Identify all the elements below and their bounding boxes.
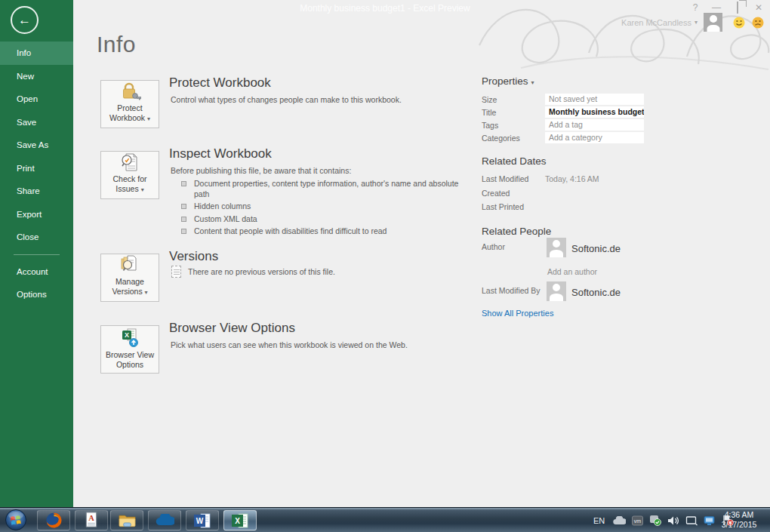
- send-a-smile-icon[interactable]: [733, 17, 745, 29]
- related-people-panel: Related People Author Softonic.de Add an…: [482, 226, 659, 309]
- property-row: Title Monthly business budget: [482, 106, 659, 118]
- document-viewer-icon: A: [84, 512, 99, 529]
- bullet-square-icon: [181, 204, 186, 209]
- user-avatar[interactable]: [704, 13, 722, 32]
- add-author-field[interactable]: Add an author: [547, 267, 597, 276]
- versions-note: There are no previous versions of this f…: [171, 266, 335, 278]
- back-button[interactable]: ←: [11, 6, 38, 34]
- taskbar-explorer-button[interactable]: [110, 510, 143, 530]
- taskbar-document-viewer-button[interactable]: A: [75, 510, 108, 530]
- last-modified-by-avatar[interactable]: [547, 281, 566, 301]
- dropdown-arrow-icon: ▾: [145, 289, 148, 296]
- section-heading-protect: Protect Workbook: [169, 75, 271, 91]
- version-file-icon: [171, 266, 181, 278]
- sidebar-item-open[interactable]: Open: [0, 88, 73, 111]
- protect-workbook-button[interactable]: Protect Workbook ▾: [100, 80, 159, 128]
- date-row: Created: [482, 186, 659, 201]
- property-label: Title: [482, 108, 545, 117]
- minimize-icon[interactable]: —: [710, 2, 723, 14]
- last-modified-by-label: Last Modified By: [482, 286, 541, 295]
- word-icon: W: [193, 512, 211, 529]
- sidebar-item-export[interactable]: Export: [0, 203, 73, 226]
- browser-view-options-button[interactable]: X Browser View Options: [100, 325, 159, 374]
- security-check-tray-icon[interactable]: [649, 515, 661, 526]
- windows-explorer-icon: [118, 513, 137, 528]
- sidebar-item-close[interactable]: Close: [0, 226, 73, 249]
- property-row: Categories Add a category: [482, 131, 659, 144]
- sidebar-item-print[interactable]: Print: [0, 157, 73, 180]
- svg-text:vm: vm: [634, 518, 642, 524]
- sidebar-item-options[interactable]: Options: [0, 283, 73, 306]
- start-button[interactable]: [5, 509, 27, 531]
- protect-workbook-label: Protect Workbook: [109, 103, 145, 122]
- section-heading-versions: Versions: [169, 249, 218, 264]
- sidebar-item-share[interactable]: Share: [0, 180, 73, 203]
- section-desc-protect: Control what types of changes people can…: [171, 95, 402, 104]
- help-icon[interactable]: ?: [688, 2, 702, 14]
- onedrive-icon: [155, 514, 174, 527]
- related-dates-heading: Related Dates: [482, 155, 659, 167]
- close-icon[interactable]: ✕: [752, 2, 765, 14]
- backstage-sidebar: ← Info New Open Save Save As Print Share…: [0, 0, 73, 507]
- dropdown-arrow-icon: ▾: [141, 186, 144, 193]
- section-desc-inspect: Before publishing this file, be aware th…: [171, 166, 351, 175]
- excel-backstage-window: Monthly business budget1 - Excel Preview…: [0, 0, 770, 532]
- size-value: Not saved yet: [545, 94, 644, 105]
- volume-tray-icon[interactable]: [667, 515, 679, 526]
- excel-icon: X: [231, 512, 249, 529]
- sidebar-item-account[interactable]: Account: [0, 260, 73, 284]
- svg-text:X: X: [125, 331, 129, 339]
- sidebar-divider: [14, 254, 60, 255]
- svg-text:W: W: [196, 517, 204, 525]
- last-modified-value: Today, 4:16 AM: [545, 174, 599, 183]
- language-indicator[interactable]: EN: [593, 516, 605, 525]
- show-all-properties-link[interactable]: Show All Properties: [482, 309, 553, 318]
- taskbar-excel-button[interactable]: X: [223, 510, 257, 530]
- categories-field[interactable]: Add a category: [545, 132, 644, 143]
- dropdown-arrow-icon: ▾: [147, 115, 150, 122]
- properties-panel: Properties▾ Size Not saved yet Title Mon…: [482, 75, 659, 144]
- account-dropdown-icon[interactable]: ▾: [695, 19, 698, 26]
- tray-date: 3/17/2015: [716, 520, 762, 530]
- network-computer-tray-icon[interactable]: [704, 515, 716, 526]
- manage-versions-label: Manage Versions: [112, 277, 144, 296]
- send-a-frown-icon[interactable]: [752, 17, 764, 29]
- vmware-tray-icon[interactable]: vm: [632, 515, 643, 526]
- sidebar-item-save-as[interactable]: Save As: [0, 134, 73, 157]
- tags-field[interactable]: Add a tag: [545, 119, 644, 131]
- last-modified-by-name[interactable]: Softonic.de: [571, 287, 621, 298]
- title-field[interactable]: Monthly business budget: [545, 106, 644, 118]
- list-item: Hidden columns: [181, 201, 474, 212]
- taskbar-firefox-button[interactable]: [37, 510, 70, 530]
- section-heading-inspect: Inspect Workbook: [169, 146, 272, 161]
- author-label: Author: [482, 242, 505, 251]
- remote-window-tray-icon[interactable]: [685, 515, 698, 526]
- property-row: Size Not saved yet: [482, 93, 659, 106]
- bullet-square-icon: [181, 229, 186, 234]
- signed-in-user[interactable]: Karen McCandless: [621, 18, 691, 27]
- taskbar-clock[interactable]: 4:36 AM 3/17/2015: [716, 510, 762, 530]
- author-avatar[interactable]: [547, 238, 566, 257]
- related-people-heading: Related People: [482, 226, 659, 237]
- section-heading-browser: Browser View Options: [169, 321, 295, 336]
- property-row: Tags Add a tag: [482, 118, 659, 131]
- taskbar-onedrive-button[interactable]: [148, 510, 181, 530]
- date-row: Last Printed: [482, 200, 659, 214]
- sidebar-item-new[interactable]: New: [0, 65, 73, 88]
- onedrive-tray-icon[interactable]: [612, 516, 626, 525]
- inspect-document-icon: [101, 152, 159, 174]
- author-name[interactable]: Softonic.de: [571, 243, 621, 254]
- sidebar-item-info[interactable]: Info: [0, 42, 73, 65]
- list-item: Content that people with disabilities fi…: [181, 226, 474, 237]
- sidebar-item-save[interactable]: Save: [0, 111, 73, 134]
- manage-versions-button[interactable]: Manage Versions ▾: [100, 254, 159, 302]
- taskbar-word-button[interactable]: W: [186, 510, 219, 530]
- property-label: Tags: [482, 121, 545, 130]
- restore-icon[interactable]: [731, 2, 744, 14]
- check-for-issues-button[interactable]: Check for Issues ▾: [100, 151, 159, 199]
- inspect-findings-list: Document properties, content type inform…: [181, 179, 474, 239]
- list-item: Custom XML data: [181, 214, 474, 225]
- properties-heading[interactable]: Properties▾: [482, 75, 659, 87]
- stacked-versions-icon: [101, 254, 159, 277]
- windows-taskbar: A W: [0, 507, 770, 532]
